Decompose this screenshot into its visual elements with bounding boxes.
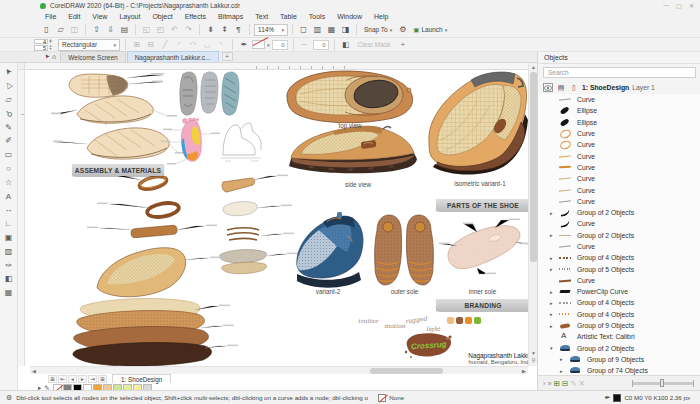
add-button[interactable]: + <box>396 40 409 49</box>
object-row[interactable]: Curve <box>538 128 700 139</box>
new-tab-button[interactable]: + <box>222 52 233 61</box>
paste-icon[interactable]: ◰ <box>154 24 167 36</box>
menu-item[interactable]: Object <box>147 12 177 21</box>
menu-item[interactable]: Effects <box>180 12 211 21</box>
search-input[interactable] <box>543 67 696 78</box>
page-up-icon[interactable]: ⇞ <box>218 24 231 36</box>
expander-icon[interactable]: ▸ <box>560 356 568 362</box>
snap-to-dropdown[interactable]: Snap To▾ <box>361 24 395 36</box>
status-gear-icon[interactable]: ⚙ <box>6 394 12 402</box>
spinner-arrows[interactable]: ▲▼ <box>48 39 53 44</box>
expander-icon[interactable]: ▸ <box>550 210 558 216</box>
object-row[interactable]: Curve <box>538 150 700 161</box>
interactive-fill-tool[interactable]: ◧ <box>2 272 16 286</box>
show-rulers-icon[interactable]: ▥ <box>311 24 324 36</box>
clear-mask-button[interactable]: Clear Mask <box>354 41 395 48</box>
horizontal-scrollbar[interactable]: ◀ ▶ <box>30 366 528 374</box>
text-tool[interactable]: A <box>2 189 16 203</box>
object-row[interactable]: Curve <box>538 241 700 252</box>
menu-item[interactable]: Text <box>250 12 273 21</box>
tab-welcome-screen[interactable]: Welcome Screen <box>60 51 125 62</box>
menu-item[interactable]: Help <box>369 12 393 21</box>
spinner-arrows[interactable]: ▲▼ <box>48 45 53 50</box>
home-icon[interactable]: ⌂ <box>52 53 56 60</box>
transparency-tool[interactable]: ▨ <box>2 244 16 258</box>
object-row[interactable]: Curve <box>538 94 700 105</box>
ellipse-tool[interactable]: ○ <box>2 162 16 176</box>
prev-page-icon[interactable]: ◂ <box>68 375 77 383</box>
columns-field[interactable]: 4 <box>34 39 48 45</box>
angle-field[interactable]: 0 <box>313 40 329 50</box>
horizontal-ruler[interactable] <box>25 63 528 70</box>
straight-line-icon[interactable]: ╱ <box>159 39 171 50</box>
object-row[interactable]: ▸ Group of 9 Objects <box>538 320 700 331</box>
vertical-scrollbar[interactable]: ▲ ▼ ⚲ <box>528 63 537 366</box>
page-down-icon[interactable]: ⇟ <box>204 24 217 36</box>
object-row[interactable]: Ellipse <box>538 117 700 128</box>
object-row[interactable]: ▸ Group of 2 Objects <box>538 230 700 241</box>
fill-indicator[interactable]: None <box>378 394 404 402</box>
outline-width-field[interactable]: 0 <box>272 40 288 50</box>
object-row[interactable]: ▾ Group of 2 Objects <box>538 343 700 354</box>
undo-icon[interactable]: ↶ <box>168 24 181 36</box>
print-icon[interactable]: ▤ <box>118 24 131 36</box>
page-tab-shoedesign[interactable]: 1: ShoeDesign <box>112 374 171 383</box>
vertical-ruler[interactable] <box>18 70 25 366</box>
object-row[interactable]: Curve <box>538 218 700 229</box>
add-page-icon[interactable]: ⊞ <box>98 375 107 383</box>
launch-dropdown[interactable]: ▣Launch▾ <box>410 24 450 36</box>
tab-document[interactable]: Nagaprashanth Lakkur.c... <box>127 51 219 62</box>
object-row[interactable]: ▸ PowerClip Curve <box>538 286 700 297</box>
palette-scroll-right-icon[interactable]: » <box>548 379 552 388</box>
first-page-icon[interactable]: ⇤ <box>58 375 67 383</box>
zoom-level-select[interactable]: 114%▾ <box>254 24 288 36</box>
tool-preset-select[interactable]: Rectangular▾ <box>58 39 120 51</box>
next-page-icon[interactable]: ▸ <box>78 375 87 383</box>
expander-icon[interactable]: ▸ <box>550 300 558 306</box>
object-row[interactable]: ▸ Group of 2 Objects <box>538 207 700 218</box>
expander-icon[interactable]: ▸ <box>550 323 558 329</box>
wrap-cells-icon[interactable]: ⊞ <box>131 39 143 50</box>
crop-tool[interactable]: ▱ <box>2 93 16 107</box>
rows-field[interactable]: 5 <box>34 45 48 51</box>
opacity-slider[interactable] <box>632 382 694 385</box>
object-row[interactable]: Curve <box>538 139 700 150</box>
last-page-icon[interactable]: ⇥ <box>88 375 97 383</box>
curve-line-icon[interactable]: ◜ <box>173 39 185 50</box>
arc-c-icon[interactable]: ◝ <box>215 39 227 50</box>
copy-icon[interactable]: ◱ <box>140 24 153 36</box>
printer-icon[interactable]: ▤ <box>556 83 566 92</box>
menu-item[interactable]: Tools <box>304 12 330 21</box>
smart-fill-tool[interactable]: ▦ <box>2 286 16 300</box>
object-row[interactable]: Curve <box>538 275 700 286</box>
object-row[interactable]: Curve <box>538 173 700 184</box>
fill-winding-icon[interactable]: ◧ <box>340 39 352 50</box>
delete-object-icon[interactable]: ✕ <box>579 379 585 388</box>
new-layer-icon[interactable]: ⊞ <box>554 379 560 388</box>
menu-item[interactable]: View <box>87 12 112 21</box>
new-document-icon[interactable]: ▯ <box>40 24 53 36</box>
palette-scroll-left-icon[interactable]: › <box>543 379 546 388</box>
artistic-media-tool[interactable]: ✐ <box>2 134 16 148</box>
vscroll-thumb[interactable] <box>530 72 537 262</box>
object-row[interactable]: Curve <box>538 196 700 207</box>
object-row[interactable]: ▸ Group of 4 Objects <box>538 297 700 308</box>
eyedropper-tool[interactable]: ✑ <box>2 258 16 272</box>
zoom-tool[interactable]: ⚲ <box>2 106 16 120</box>
expander-icon[interactable]: ▸ <box>550 266 558 272</box>
outline-color-swatch[interactable] <box>252 40 265 49</box>
slider-knob[interactable] <box>660 379 664 387</box>
chevron-down-icon[interactable]: ▾ <box>267 42 270 48</box>
open-document-icon[interactable]: ▱ <box>54 24 67 36</box>
visibility-eye-icon[interactable] <box>543 83 553 92</box>
drop-shadow-tool[interactable]: ▣ <box>2 231 16 245</box>
polygon-tool[interactable]: ☆ <box>2 175 16 189</box>
fullscreen-preview-icon[interactable]: ◻ <box>297 24 310 36</box>
menu-item[interactable]: Layout <box>114 12 145 21</box>
object-row[interactable]: Curve <box>538 162 700 173</box>
edit-layer-icon[interactable]: ✎ <box>570 379 576 388</box>
expander-icon[interactable]: ▾ <box>550 345 558 351</box>
connector-tool[interactable]: ∟ <box>2 217 16 231</box>
outline-pen-icon[interactable]: ✒ <box>238 39 250 50</box>
menu-item[interactable]: Bitmaps <box>213 12 248 21</box>
